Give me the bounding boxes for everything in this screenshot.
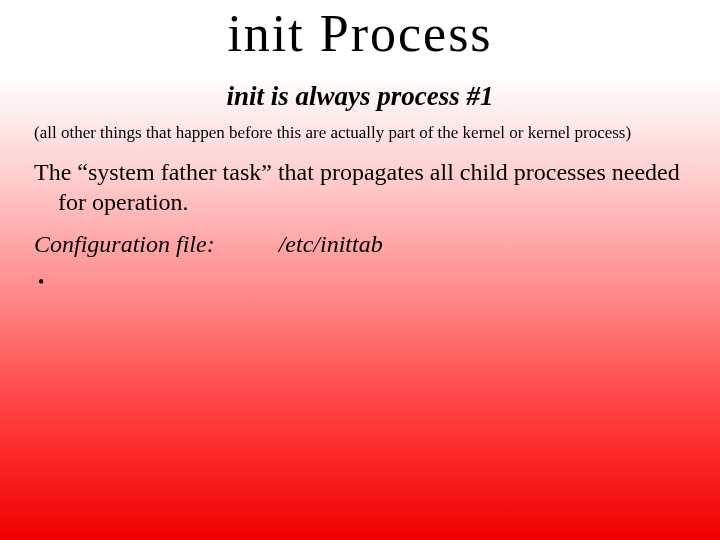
body-text: The “system father task” that propagates…: [58, 157, 686, 217]
config-line: Configuration file:/etc/inittab: [34, 231, 686, 258]
parenthetical-note: (all other things that happen before thi…: [58, 122, 686, 143]
config-value: /etc/inittab: [279, 231, 383, 257]
slide-title: init Process: [34, 4, 686, 63]
slide-subtitle: init is always process #1: [34, 81, 686, 112]
bullet-icon: •: [38, 272, 686, 293]
config-label: Configuration file:: [34, 231, 215, 257]
